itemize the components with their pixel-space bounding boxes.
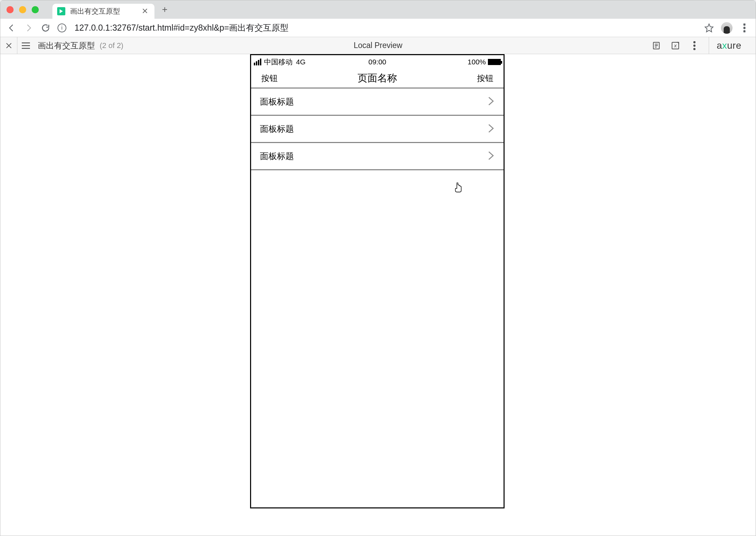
preview-toolbar-right: x axure <box>652 37 756 54</box>
forward-button[interactable] <box>23 23 34 33</box>
back-button[interactable] <box>6 23 17 33</box>
svg-marker-3 <box>705 24 713 32</box>
carrier-label: 中国移动 <box>264 57 293 67</box>
preview-toolbar: 画出有交互原型 (2 of 2) Local Preview x axure <box>0 37 756 54</box>
nav-title: 页面名称 <box>358 72 397 85</box>
notes-icon[interactable] <box>652 41 661 50</box>
network-type-label: 4G <box>296 58 306 66</box>
phone-navbar: 按钮 页面名称 按钮 <box>251 69 504 89</box>
battery-indicator: 100% <box>467 58 501 66</box>
reload-button[interactable] <box>40 23 51 33</box>
preview-toolbar-left: 画出有交互原型 (2 of 2) <box>0 37 124 54</box>
svg-marker-0 <box>60 9 63 13</box>
preview-canvas: 中国移动 4G 09:00 100% 按钮 页面名称 按钮 面板标题 面板标 <box>0 54 756 536</box>
window-minimize-button[interactable] <box>19 6 26 13</box>
site-info-icon[interactable]: i <box>57 23 66 32</box>
svg-point-4 <box>743 23 745 25</box>
signal-icon <box>254 59 261 65</box>
nav-right-button[interactable]: 按钮 <box>477 73 493 84</box>
tab-title-text: 画出有交互原型 <box>70 6 135 16</box>
accordion-row[interactable]: 面板标题 <box>251 143 504 170</box>
preview-page-name: 画出有交互原型 <box>38 40 95 51</box>
window-close-button[interactable] <box>6 6 14 13</box>
phone-frame: 中国移动 4G 09:00 100% 按钮 页面名称 按钮 面板标题 面板标 <box>250 54 505 508</box>
axure-logo[interactable]: axure <box>709 37 749 54</box>
browser-window: 画出有交互原型 + i 127.0.0.1:32767/start.html#i… <box>0 0 756 536</box>
preview-more-button[interactable] <box>690 41 699 50</box>
axure-logo-prefix: a <box>717 40 722 51</box>
browser-tab-strip: 画出有交互原型 + <box>0 0 756 19</box>
accordion-row-title: 面板标题 <box>260 123 294 135</box>
profile-avatar[interactable] <box>721 22 733 34</box>
axure-logo-suffix: ure <box>727 40 741 51</box>
svg-point-18 <box>694 41 695 43</box>
axure-logo-x: x <box>722 40 727 51</box>
accordion-row-title: 面板标题 <box>260 151 294 162</box>
hamburger-menu-icon[interactable] <box>17 42 34 49</box>
bookmark-star-icon[interactable] <box>704 23 714 33</box>
browser-tab[interactable]: 画出有交互原型 <box>52 4 154 19</box>
url-text[interactable]: 127.0.0.1:32767/start.html#id=zy8xhl&p=画… <box>75 22 697 33</box>
favicon-icon <box>57 7 65 15</box>
chevron-right-icon <box>487 151 495 162</box>
preview-mode-label: Local Preview <box>354 41 402 50</box>
accordion-row-title: 面板标题 <box>260 96 294 107</box>
battery-icon <box>488 59 501 65</box>
new-tab-button[interactable]: + <box>162 4 167 15</box>
tab-close-button[interactable] <box>140 7 150 15</box>
chrome-menu-button[interactable] <box>739 23 750 33</box>
svg-point-5 <box>743 27 745 29</box>
chevron-right-icon <box>487 96 495 108</box>
svg-text:x: x <box>674 43 677 48</box>
battery-percent-label: 100% <box>467 58 486 66</box>
chevron-right-icon <box>487 123 495 135</box>
svg-point-6 <box>743 30 745 32</box>
clock-label: 09:00 <box>368 58 387 66</box>
window-maximize-button[interactable] <box>32 6 39 13</box>
close-sidebar-button[interactable] <box>0 37 17 54</box>
preview-page-count: (2 of 2) <box>100 41 124 50</box>
window-controls <box>6 6 39 13</box>
accordion-row[interactable]: 面板标题 <box>251 89 504 116</box>
nav-left-button[interactable]: 按钮 <box>261 73 278 84</box>
accordion-row[interactable]: 面板标题 <box>251 116 504 143</box>
phone-status-bar: 中国移动 4G 09:00 100% <box>251 55 504 69</box>
svg-point-19 <box>694 45 695 46</box>
svg-point-20 <box>694 48 695 50</box>
address-bar-row: i 127.0.0.1:32767/start.html#id=zy8xhl&p… <box>0 19 756 37</box>
variables-icon[interactable]: x <box>671 41 680 50</box>
